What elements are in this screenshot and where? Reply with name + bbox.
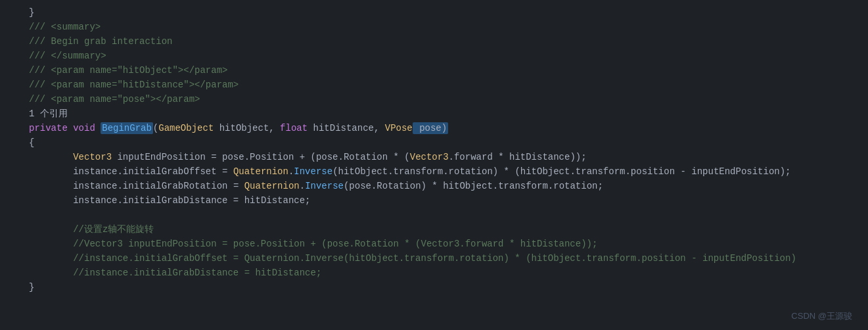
line-text: Vector3 inputEndPosition = pose.Position… xyxy=(24,150,868,164)
line-text: instance.initialGrabRotation = Quaternio… xyxy=(24,179,868,193)
code-line: /// <summary> xyxy=(0,20,868,34)
code-line: /// <param name="hitDistance"></param> xyxy=(0,78,868,92)
code-line: Vector3 inputEndPosition = pose.Position… xyxy=(0,150,868,164)
line-text: instance.initialGrabDistance = hitDistan… xyxy=(24,193,868,208)
line-text: /// <param name="hitObject"></param> xyxy=(24,63,868,78)
code-line: instance.initialGrabRotation = Quaternio… xyxy=(0,179,868,193)
code-line: //instance.initialGrabDistance = hitDist… xyxy=(0,266,868,280)
code-line: //Vector3 inputEndPosition = pose.Positi… xyxy=(0,237,868,251)
code-line: /// <param name="pose"></param> xyxy=(0,92,868,106)
line-text: /// Begin grab interaction xyxy=(24,34,868,49)
watermark: CSDN @王源骏 xyxy=(791,310,852,322)
code-line: } xyxy=(0,5,868,20)
line-text: } xyxy=(24,5,868,20)
code-line: /// </summary> xyxy=(0,49,868,63)
code-line xyxy=(0,208,868,222)
code-line: //设置z轴不能旋转 xyxy=(0,222,868,237)
code-line: instance.initialGrabDistance = hitDistan… xyxy=(0,193,868,208)
line-text: { xyxy=(24,135,868,150)
code-line: { xyxy=(0,135,868,150)
code-line: instance.initialGrabOffset = Quaternion.… xyxy=(0,164,868,179)
code-editor: }/// <summary>/// Begin grab interaction… xyxy=(0,0,868,300)
line-text: /// </summary> xyxy=(24,49,868,63)
line-text: //instance.initialGrabDistance = hitDist… xyxy=(24,266,868,280)
line-text: /// <param name="pose"></param> xyxy=(24,92,868,106)
line-text: /// <summary> xyxy=(24,20,868,34)
line-text: 1 个引用 xyxy=(24,106,868,121)
line-text: /// <param name="hitDistance"></param> xyxy=(24,78,868,92)
code-line: /// <param name="hitObject"></param> xyxy=(0,63,868,78)
line-text: instance.initialGrabOffset = Quaternion.… xyxy=(24,164,868,179)
code-line: private void BeginGrab(GameObject hitObj… xyxy=(0,121,868,135)
line-text: private void BeginGrab(GameObject hitObj… xyxy=(24,121,868,135)
line-text: //instance.initialGrabOffset = Quaternio… xyxy=(24,251,868,266)
code-line: 1 个引用 xyxy=(0,106,868,121)
line-text: } xyxy=(24,280,868,295)
code-line: /// Begin grab interaction xyxy=(0,34,868,49)
code-line: } xyxy=(0,280,868,295)
line-text: //设置z轴不能旋转 xyxy=(24,222,868,237)
code-line: //instance.initialGrabOffset = Quaternio… xyxy=(0,251,868,266)
line-text: //Vector3 inputEndPosition = pose.Positi… xyxy=(24,237,868,251)
